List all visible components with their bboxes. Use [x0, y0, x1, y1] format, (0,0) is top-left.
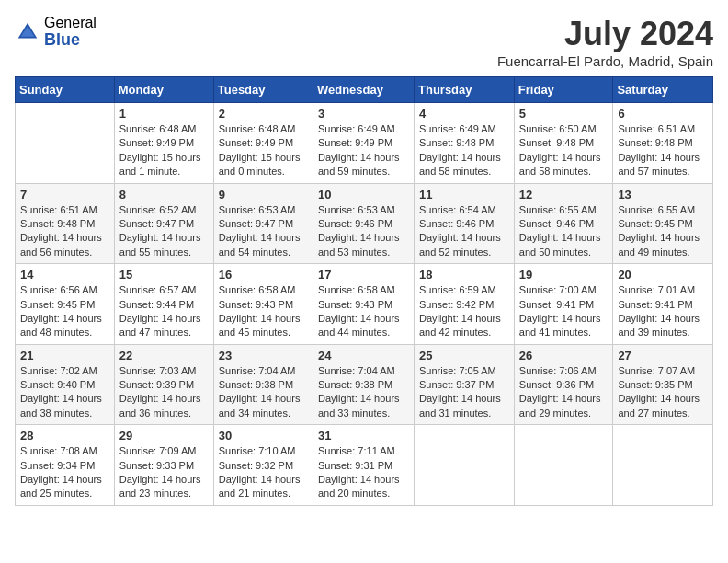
day-number: 19 — [519, 268, 609, 282]
day-number: 18 — [419, 268, 509, 282]
calendar-cell: 6Sunrise: 6:51 AM Sunset: 9:48 PM Daylig… — [613, 103, 713, 184]
calendar-cell: 3Sunrise: 6:49 AM Sunset: 9:49 PM Daylig… — [313, 103, 414, 184]
day-number: 22 — [119, 349, 209, 362]
calendar-cell: 28Sunrise: 7:08 AM Sunset: 9:34 PM Dayli… — [16, 425, 115, 506]
day-of-week-header: Tuesday — [213, 77, 313, 103]
day-number: 12 — [519, 188, 609, 201]
day-number: 9 — [219, 188, 308, 201]
day-info: Sunrise: 7:04 AM Sunset: 9:38 PM Dayligh… — [318, 364, 409, 421]
day-number: 23 — [219, 349, 308, 362]
calendar-cell: 13Sunrise: 6:55 AM Sunset: 9:45 PM Dayli… — [613, 183, 713, 264]
calendar-cell: 9Sunrise: 6:53 AM Sunset: 9:47 PM Daylig… — [213, 183, 313, 264]
day-number: 31 — [318, 429, 409, 442]
day-number: 20 — [618, 268, 708, 282]
day-number: 21 — [20, 349, 109, 362]
calendar-cell — [415, 425, 515, 506]
day-number: 17 — [318, 268, 409, 282]
title-block: July 2024 Fuencarral-El Pardo, Madrid, S… — [497, 15, 713, 69]
day-number: 24 — [318, 349, 409, 362]
day-number: 13 — [618, 188, 708, 201]
calendar-cell: 31Sunrise: 7:11 AM Sunset: 9:31 PM Dayli… — [313, 425, 414, 506]
day-number: 6 — [618, 107, 708, 121]
day-number: 4 — [419, 107, 509, 121]
day-of-week-header: Friday — [514, 77, 613, 103]
day-number: 10 — [318, 188, 409, 201]
day-info: Sunrise: 6:59 AM Sunset: 9:42 PM Dayligh… — [419, 283, 509, 340]
day-number: 3 — [318, 107, 409, 121]
day-number: 2 — [219, 107, 308, 121]
calendar-cell: 25Sunrise: 7:05 AM Sunset: 9:37 PM Dayli… — [415, 344, 515, 425]
day-info: Sunrise: 6:53 AM Sunset: 9:46 PM Dayligh… — [318, 203, 409, 260]
day-info: Sunrise: 7:00 AM Sunset: 9:41 PM Dayligh… — [519, 283, 609, 340]
calendar-cell: 19Sunrise: 7:00 AM Sunset: 9:41 PM Dayli… — [514, 264, 613, 345]
day-info: Sunrise: 6:57 AM Sunset: 9:44 PM Dayligh… — [119, 283, 209, 340]
day-of-week-header: Wednesday — [313, 77, 414, 103]
calendar-cell: 15Sunrise: 6:57 AM Sunset: 9:44 PM Dayli… — [114, 264, 213, 345]
day-info: Sunrise: 7:02 AM Sunset: 9:40 PM Dayligh… — [20, 364, 109, 421]
day-info: Sunrise: 7:06 AM Sunset: 9:36 PM Dayligh… — [519, 364, 609, 421]
day-of-week-header: Saturday — [613, 77, 713, 103]
month-year: July 2024 — [497, 15, 713, 53]
day-info: Sunrise: 6:48 AM Sunset: 9:49 PM Dayligh… — [119, 122, 209, 179]
logo-general: General — [44, 15, 97, 31]
logo-text: General Blue — [44, 15, 97, 49]
day-info: Sunrise: 6:55 AM Sunset: 9:45 PM Dayligh… — [618, 203, 708, 260]
day-info: Sunrise: 7:08 AM Sunset: 9:34 PM Dayligh… — [20, 444, 109, 501]
calendar-cell: 16Sunrise: 6:58 AM Sunset: 9:43 PM Dayli… — [213, 264, 313, 345]
day-number: 28 — [20, 429, 109, 442]
calendar-cell — [613, 425, 713, 506]
calendar-cell: 14Sunrise: 6:56 AM Sunset: 9:45 PM Dayli… — [16, 264, 115, 345]
calendar-cell: 26Sunrise: 7:06 AM Sunset: 9:36 PM Dayli… — [514, 344, 613, 425]
calendar-cell: 24Sunrise: 7:04 AM Sunset: 9:38 PM Dayli… — [313, 344, 414, 425]
calendar-cell: 1Sunrise: 6:48 AM Sunset: 9:49 PM Daylig… — [114, 103, 213, 184]
day-number: 27 — [618, 349, 708, 362]
day-info: Sunrise: 6:56 AM Sunset: 9:45 PM Dayligh… — [20, 283, 109, 340]
day-info: Sunrise: 6:58 AM Sunset: 9:43 PM Dayligh… — [219, 283, 308, 340]
calendar-cell: 5Sunrise: 6:50 AM Sunset: 9:48 PM Daylig… — [514, 103, 613, 184]
calendar-cell: 8Sunrise: 6:52 AM Sunset: 9:47 PM Daylig… — [114, 183, 213, 264]
days-header-row: SundayMondayTuesdayWednesdayThursdayFrid… — [16, 77, 713, 103]
day-number: 5 — [519, 107, 609, 121]
calendar-cell: 23Sunrise: 7:04 AM Sunset: 9:38 PM Dayli… — [213, 344, 313, 425]
day-info: Sunrise: 7:10 AM Sunset: 9:32 PM Dayligh… — [219, 444, 308, 501]
calendar-cell: 30Sunrise: 7:10 AM Sunset: 9:32 PM Dayli… — [213, 425, 313, 506]
day-info: Sunrise: 6:58 AM Sunset: 9:43 PM Dayligh… — [318, 283, 409, 340]
day-info: Sunrise: 6:51 AM Sunset: 9:48 PM Dayligh… — [20, 203, 109, 260]
calendar-cell: 27Sunrise: 7:07 AM Sunset: 9:35 PM Dayli… — [613, 344, 713, 425]
calendar-week-row: 7Sunrise: 6:51 AM Sunset: 9:48 PM Daylig… — [16, 183, 713, 264]
day-number: 7 — [20, 188, 109, 201]
calendar-cell: 11Sunrise: 6:54 AM Sunset: 9:46 PM Dayli… — [415, 183, 515, 264]
logo-icon — [15, 19, 40, 45]
day-info: Sunrise: 6:49 AM Sunset: 9:49 PM Dayligh… — [318, 122, 409, 179]
day-info: Sunrise: 7:09 AM Sunset: 9:33 PM Dayligh… — [119, 444, 209, 501]
calendar-week-row: 14Sunrise: 6:56 AM Sunset: 9:45 PM Dayli… — [16, 264, 713, 345]
day-info: Sunrise: 6:50 AM Sunset: 9:48 PM Dayligh… — [519, 122, 609, 179]
day-number: 11 — [419, 188, 509, 201]
day-number: 1 — [119, 107, 209, 121]
day-info: Sunrise: 7:03 AM Sunset: 9:39 PM Dayligh… — [119, 364, 209, 421]
day-info: Sunrise: 7:07 AM Sunset: 9:35 PM Dayligh… — [618, 364, 708, 421]
calendar-week-row: 1Sunrise: 6:48 AM Sunset: 9:49 PM Daylig… — [16, 103, 713, 184]
day-number: 8 — [119, 188, 209, 201]
calendar-week-row: 28Sunrise: 7:08 AM Sunset: 9:34 PM Dayli… — [16, 425, 713, 506]
calendar-cell: 10Sunrise: 6:53 AM Sunset: 9:46 PM Dayli… — [313, 183, 414, 264]
day-info: Sunrise: 6:48 AM Sunset: 9:49 PM Dayligh… — [219, 122, 308, 179]
day-info: Sunrise: 7:11 AM Sunset: 9:31 PM Dayligh… — [318, 444, 409, 501]
day-info: Sunrise: 6:52 AM Sunset: 9:47 PM Dayligh… — [119, 203, 209, 260]
calendar-cell: 29Sunrise: 7:09 AM Sunset: 9:33 PM Dayli… — [114, 425, 213, 506]
day-number: 30 — [219, 429, 308, 442]
calendar-cell — [514, 425, 613, 506]
day-number: 26 — [519, 349, 609, 362]
calendar-cell: 12Sunrise: 6:55 AM Sunset: 9:46 PM Dayli… — [514, 183, 613, 264]
day-number: 16 — [219, 268, 308, 282]
day-info: Sunrise: 6:55 AM Sunset: 9:46 PM Dayligh… — [519, 203, 609, 260]
calendar-cell — [16, 103, 115, 184]
calendar-cell: 2Sunrise: 6:48 AM Sunset: 9:49 PM Daylig… — [213, 103, 313, 184]
location: Fuencarral-El Pardo, Madrid, Spain — [497, 53, 713, 69]
day-number: 14 — [20, 268, 109, 282]
day-info: Sunrise: 7:05 AM Sunset: 9:37 PM Dayligh… — [419, 364, 509, 421]
calendar-cell: 7Sunrise: 6:51 AM Sunset: 9:48 PM Daylig… — [16, 183, 115, 264]
calendar-week-row: 21Sunrise: 7:02 AM Sunset: 9:40 PM Dayli… — [16, 344, 713, 425]
calendar-cell: 20Sunrise: 7:01 AM Sunset: 9:41 PM Dayli… — [613, 264, 713, 345]
day-info: Sunrise: 7:01 AM Sunset: 9:41 PM Dayligh… — [618, 283, 708, 340]
